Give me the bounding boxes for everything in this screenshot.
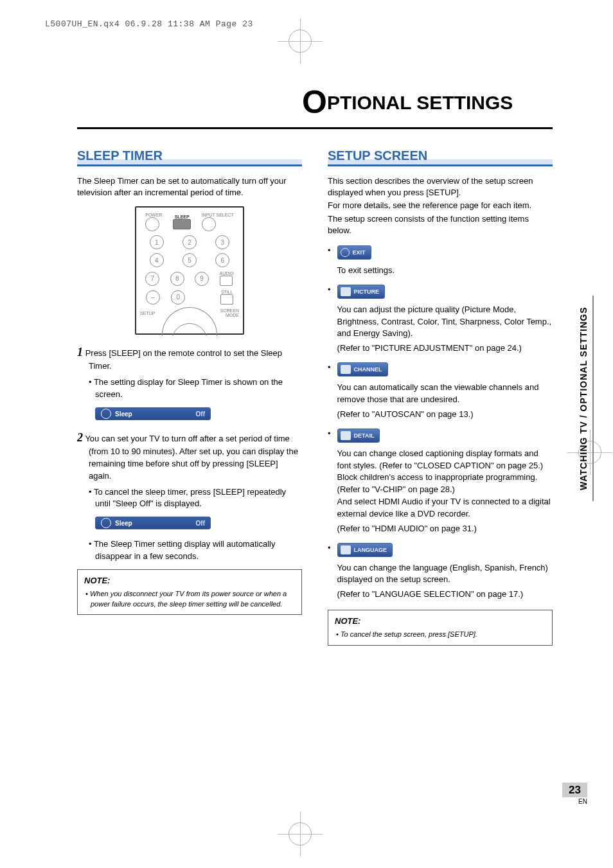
remote-key: 5 xyxy=(182,253,197,267)
remote-key: 3 xyxy=(215,235,229,249)
title-underline xyxy=(77,127,553,129)
page-title: OPTIONAL SETTINGS xyxy=(302,84,553,121)
remote-key: 9 xyxy=(195,272,209,286)
right-column: SETUP SCREEN This section describes the … xyxy=(328,148,553,646)
language-icon xyxy=(341,545,351,554)
step-number: 1 xyxy=(77,346,83,359)
page-number-block: 23 EN xyxy=(562,784,587,805)
menu-pill-label: EXIT xyxy=(353,249,366,256)
setup-item-ref: (Refer to "AUTOSCAN" on page 13.) xyxy=(337,409,553,421)
remote-key: 4 xyxy=(150,253,164,267)
osd-label: Sleep xyxy=(115,520,196,527)
step-2-sub2: • The Sleep Timer setting display will a… xyxy=(77,538,302,563)
sleep-button-icon xyxy=(173,219,191,229)
osd-value: Off xyxy=(196,520,205,527)
step-1-sub: • The setting display for Sleep Timer is… xyxy=(77,376,302,401)
picture-icon xyxy=(341,287,351,296)
clock-icon xyxy=(101,409,111,419)
section-tab: WATCHING TV / OPTIONAL SETTINGS xyxy=(578,296,594,501)
page-language: EN xyxy=(562,798,587,805)
menu-pill-channel: CHANNEL xyxy=(337,362,388,376)
remote-label-power: POWER xyxy=(145,213,162,217)
step-1: 1 Press [SLEEP] on the remote control to… xyxy=(77,344,302,373)
setup-item-desc: You can adjust the picture quality (Pict… xyxy=(337,304,553,341)
setup-intro-3: The setup screen consists of the functio… xyxy=(328,213,553,236)
audio-button-icon xyxy=(220,276,233,286)
osd-label: Sleep xyxy=(115,411,196,418)
remote-key: 2 xyxy=(182,235,197,249)
osd-sleep-indicator: Sleep Off xyxy=(95,407,211,420)
menu-pill-exit: EXIT xyxy=(337,245,371,260)
remote-label-screen: SCREEN MODE xyxy=(217,308,239,317)
note-box-sleep: NOTE: • When you disconnect your TV from… xyxy=(77,569,302,615)
remote-key: 0 xyxy=(171,290,185,305)
remote-label-setup: SETUP xyxy=(140,311,159,315)
remote-label-audio: AUDIO xyxy=(220,271,234,276)
crop-mark-icon xyxy=(289,30,312,53)
print-header: L5007UH_EN.qx4 06.9.28 11:38 AM Page 23 xyxy=(45,19,253,29)
exit-icon xyxy=(341,248,350,257)
setup-item-desc: You can change closed captioning display… xyxy=(337,448,553,520)
bullet-icon: • xyxy=(328,283,331,296)
note-item: • To cancel the setup screen, press [SET… xyxy=(335,630,546,639)
page-number: 23 xyxy=(562,783,587,797)
step-2-sub1: • To cancel the sleep timer, press [SLEE… xyxy=(77,486,302,511)
remote-key: 7 xyxy=(145,272,159,286)
menu-pill-label: PICTURE xyxy=(354,288,380,295)
page-title-rest: PTIONAL SETTINGS xyxy=(327,92,513,113)
note-title: NOTE: xyxy=(84,575,295,587)
remote-label-still: STILL xyxy=(220,290,233,294)
setup-item-ref: (Refer to "HDMI AUDIO" on page 31.) xyxy=(337,523,553,535)
step-2: 2 You can set your TV to turn off after … xyxy=(77,429,302,483)
note-title: NOTE: xyxy=(335,616,546,627)
setup-item-desc: You can automatically scan the viewable … xyxy=(337,382,553,406)
setup-item-exit: • EXIT To exit settings. xyxy=(328,244,553,277)
crop-mark-icon xyxy=(289,822,312,846)
remote-key: 6 xyxy=(215,253,229,267)
step-1-text: Press [SLEEP] on the remote control to s… xyxy=(85,348,282,371)
osd-sleep-indicator: Sleep Off xyxy=(95,517,211,529)
setup-item-desc: You can change the language (English, Sp… xyxy=(337,562,553,587)
note-item: • When you disconnect your TV from its p… xyxy=(84,589,295,609)
power-button-icon xyxy=(145,217,159,231)
setup-item-desc: To exit settings. xyxy=(337,265,553,277)
osd-value: Off xyxy=(196,411,205,418)
remote-label-input: INPUT SELECT xyxy=(202,213,234,217)
channel-icon xyxy=(341,365,351,374)
remote-key: – xyxy=(146,290,160,305)
remote-label-sleep: SLEEP xyxy=(173,215,191,219)
bullet-icon: • xyxy=(328,361,331,374)
note-box-setup: NOTE: • To cancel the setup screen, pres… xyxy=(328,610,553,646)
menu-pill-detail: DETAIL xyxy=(337,429,380,443)
bullet-icon: • xyxy=(328,542,331,554)
setup-item-ref: (Refer to "LANGUAGE SELECTION" on page 1… xyxy=(337,589,553,601)
remote-control-illustration: POWER SLEEP INPUT SELECT 1 xyxy=(135,206,244,335)
setup-item-ref: (Refer to "PICTURE ADJUSTMENT" on page 2… xyxy=(337,342,553,355)
page-title-initial: O xyxy=(302,84,327,120)
bullet-icon: • xyxy=(328,427,331,440)
setup-item-language: • LANGUAGE You can change the language (… xyxy=(328,542,553,601)
input-button-icon xyxy=(202,217,216,231)
menu-pill-language: LANGUAGE xyxy=(337,543,393,557)
section-heading-setup-screen: SETUP SCREEN xyxy=(328,148,553,166)
menu-pill-label: CHANNEL xyxy=(354,366,382,373)
setup-intro-2: For more details, see the reference page… xyxy=(328,200,553,211)
setup-item-picture: • PICTURE You can adjust the picture qua… xyxy=(328,283,553,355)
menu-pill-label: LANGUAGE xyxy=(354,547,387,553)
menu-pill-label: DETAIL xyxy=(354,432,375,439)
bullet-icon: • xyxy=(328,244,331,257)
setup-intro-1: This section describes the overview of t… xyxy=(328,175,553,199)
section-heading-sleep-timer: SLEEP TIMER xyxy=(77,148,302,166)
menu-pill-picture: PICTURE xyxy=(337,285,386,299)
setup-item-detail: • DETAIL You can change closed captionin… xyxy=(328,427,553,535)
left-column: SLEEP TIMER The Sleep Timer can be set t… xyxy=(77,148,302,646)
remote-key: 8 xyxy=(170,272,184,286)
step-number: 2 xyxy=(77,431,83,444)
remote-key: 1 xyxy=(150,235,164,249)
sleep-intro: The Sleep Timer can be set to automatica… xyxy=(77,175,302,199)
step-2-text: You can set your TV to turn off after a … xyxy=(85,434,298,481)
setup-item-channel: • CHANNEL You can automatically scan the… xyxy=(328,361,553,421)
detail-icon xyxy=(341,431,351,440)
clock-icon xyxy=(101,518,111,528)
still-button-icon xyxy=(220,294,233,305)
